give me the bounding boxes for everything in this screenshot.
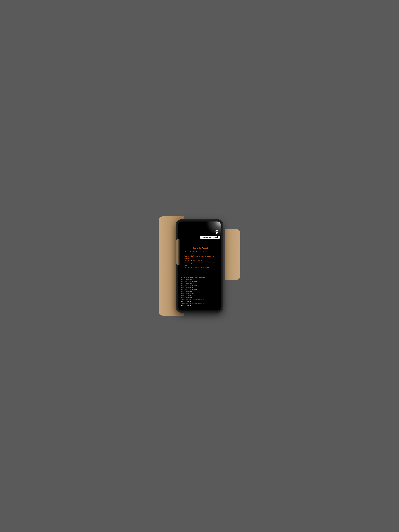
phone-device: BOOTLOADER LOGS Start Up Failed: Your de… bbox=[177, 220, 222, 312]
startup-line1: Your device didn't start up successfully… bbox=[184, 251, 207, 255]
arrow-down-icon[interactable] bbox=[215, 232, 218, 234]
log-line-2: cmd: flash:system bbox=[181, 283, 218, 285]
startup-line3: to repair your device. bbox=[184, 260, 203, 261]
bootloader-logs-button[interactable]: BOOTLOADER LOGS bbox=[200, 235, 220, 239]
bootloader-logs-label: BOOTLOADER LOGS bbox=[202, 236, 217, 238]
log-line-9: cmd: erase:DDR bbox=[181, 297, 218, 299]
log-error-2: Error: failed to load kernel! bbox=[181, 303, 218, 305]
log-error-1: Error: failed to load kernel! bbox=[181, 299, 218, 301]
arrow-up-icon[interactable] bbox=[215, 229, 218, 231]
scene: BOOTLOADER LOGS Start Up Failed: Your de… bbox=[166, 216, 233, 316]
log-header: AP Fastboot Flash Mode (Secure) bbox=[181, 277, 218, 279]
phone-screen: BOOTLOADER LOGS Start Up Failed: Your de… bbox=[178, 222, 221, 310]
log-boot-fail-1: Boot up failed bbox=[181, 301, 218, 303]
startup-line2: Use the Software Repair Assistant on com… bbox=[184, 255, 215, 259]
log-section: AP Fastboot Flash Mode (Secure) cmd: fla… bbox=[181, 277, 218, 308]
startup-message: Your device didn't start up successfully… bbox=[184, 251, 218, 269]
hand-right bbox=[225, 229, 241, 280]
log-line-7: cmd: erase:cache bbox=[181, 293, 218, 295]
log-line-8: cmd: erase:userdata bbox=[181, 295, 218, 297]
chevron-right-icon bbox=[217, 236, 218, 238]
startup-line4: Connect your device to your computer to … bbox=[184, 262, 217, 266]
screen-content: Start Up Failed: Your device didn't star… bbox=[178, 222, 221, 310]
log-line-3: cmd: download:0f6a7dcc bbox=[181, 285, 218, 287]
startup-section: Start Up Failed: Your device didn't star… bbox=[184, 247, 218, 269]
nav-arrows bbox=[215, 229, 218, 234]
log-line-4: cmd: flash:vendor bbox=[181, 287, 218, 289]
log-line-5: cmd: download:0b00ea4c bbox=[181, 289, 218, 291]
startup-title: Start Up Failed: bbox=[183, 247, 218, 249]
log-line-1: cmd: download:099df494 bbox=[181, 280, 218, 283]
startup-line5: the Software Repair Assistant. bbox=[184, 266, 210, 268]
log-line-6: cmd: flash:oem bbox=[181, 291, 218, 293]
log-line-0: cmd: flash:system bbox=[181, 279, 218, 281]
log-boot-fail-2: Boot up failed bbox=[181, 305, 218, 307]
